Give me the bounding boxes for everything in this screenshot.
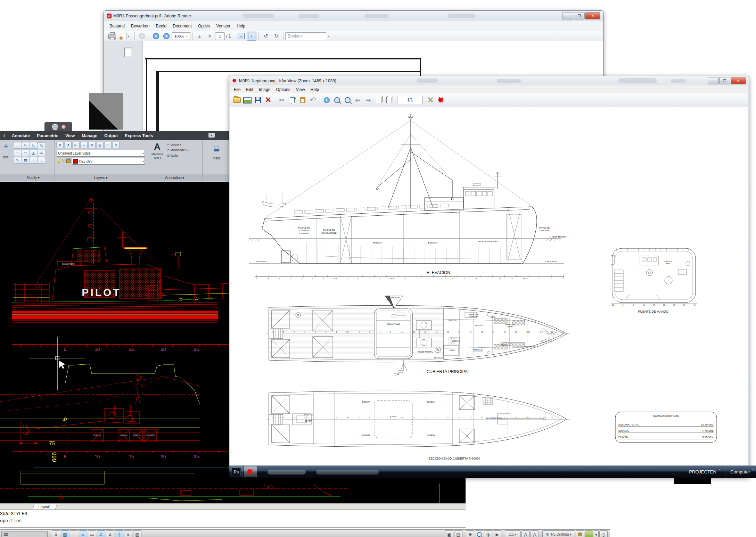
autoscale-icon[interactable]: ⋀	[531, 530, 539, 537]
redo-icon[interactable]	[61, 125, 66, 129]
delete-button[interactable]: ✕	[263, 95, 273, 105]
explode-icon[interactable]: -/-	[38, 150, 45, 156]
paste-button[interactable]	[297, 95, 308, 105]
layer-lock-icon[interactable]: ⚿	[104, 142, 112, 148]
menu-item[interactable]: Bewerken	[128, 23, 153, 30]
previous-page-button[interactable]: ▲	[195, 32, 204, 41]
zoom-in-button[interactable]: +	[332, 95, 342, 105]
slideshow-button[interactable]	[242, 95, 253, 105]
print-button[interactable]	[107, 32, 117, 41]
zoom-in-button[interactable]: +	[162, 32, 171, 41]
layers-panel-label[interactable]: Layers ▾	[55, 174, 147, 181]
steering-wheel-icon[interactable]: ◎	[484, 530, 492, 537]
menu-item[interactable]: Beeld	[153, 23, 170, 30]
osnap-icon[interactable]: ∠	[97, 530, 105, 537]
annotation-panel-label[interactable]: Annotation ▾	[147, 174, 202, 181]
copy-icon[interactable]: ⧉	[38, 142, 45, 149]
menu-item[interactable]: Edit	[243, 86, 256, 93]
annotation-scale[interactable]: 1:1 ▾	[505, 530, 521, 537]
autocad-quick-access-toolbar[interactable]	[44, 122, 72, 131]
layer-thaw-icon[interactable]: ☀	[62, 159, 66, 164]
otrack-icon[interactable]: ∡	[106, 530, 114, 537]
menu-item[interactable]: File	[231, 86, 243, 93]
search-dropdown-icon[interactable]: ▾	[328, 35, 329, 38]
stretch-icon[interactable]: ✎	[14, 157, 21, 164]
layer-freeze-icon[interactable]: ❄	[88, 142, 96, 148]
workspace-switcher[interactable]: ☸ TNL-Drafting ▾	[542, 530, 575, 537]
menu-item[interactable]: Annotate	[8, 132, 33, 139]
menu-item[interactable]: View	[62, 132, 78, 139]
showmotion-icon[interactable]: ▶	[493, 530, 501, 537]
annotation-visibility-icon[interactable]: ⋀	[521, 530, 530, 537]
zoom-out-button[interactable]: −	[151, 32, 161, 41]
menu-item[interactable]: Express Tools	[121, 132, 156, 139]
zoom-level-field[interactable]: 106%▾	[172, 32, 190, 40]
chevron-icon[interactable]: »	[718, 468, 720, 471]
model-icon[interactable]: ▣	[445, 530, 453, 537]
first-page-button[interactable]: ↑	[373, 95, 384, 105]
next-file-button[interactable]: ➡	[363, 95, 373, 105]
menu-item[interactable]: Venster	[213, 23, 234, 30]
ortho-icon[interactable]: ∟	[70, 530, 78, 537]
offset-icon[interactable]: ◠	[22, 150, 29, 156]
menu-item[interactable]: Opties	[195, 23, 213, 30]
mirror-icon[interactable]: ◭	[30, 150, 37, 156]
multileader-button[interactable]: ↱ Multileader ▾	[167, 148, 202, 152]
layer-properties-icon[interactable]: ≣	[56, 142, 64, 148]
info-button[interactable]: i	[321, 95, 332, 105]
taskbar-toolbar-projecten[interactable]: PROJECTEN»	[684, 469, 725, 474]
polar-icon[interactable]: ⊾	[79, 530, 87, 537]
layer-prev-icon[interactable]: ⇤	[72, 142, 80, 148]
menu-item[interactable]: Output	[101, 132, 121, 139]
array-icon[interactable]: ⠿	[30, 157, 37, 164]
insert-block-icon[interactable]: ⬓	[203, 140, 230, 152]
layer-on-icon[interactable]: 💡	[57, 159, 61, 164]
menu-item[interactable]: Bestand	[106, 23, 128, 30]
zoom-out-button[interactable]: −	[342, 95, 353, 105]
minimize-button[interactable]: –	[562, 12, 573, 19]
status-menu-icon[interactable]: ▾	[594, 530, 599, 537]
zoom-icon[interactable]	[475, 530, 483, 537]
fit-page-button[interactable]: ✛	[247, 32, 256, 41]
table-button[interactable]: ⊞ Table	[167, 154, 202, 157]
open-button[interactable]	[232, 95, 242, 105]
insert-label[interactable]: Inser	[203, 156, 230, 160]
menu-item[interactable]: View	[293, 86, 308, 93]
clean-screen-icon[interactable]: ▯	[599, 530, 608, 537]
restore-button[interactable]: ❐	[719, 77, 730, 84]
image-view-area[interactable]: PAÑOL DECADENASL. FLOT. MAXIMATANQUE DEC…	[230, 107, 748, 477]
grid-icon[interactable]: ▦	[61, 530, 69, 537]
irfanview-devil-button[interactable]	[436, 95, 446, 105]
last-page-button[interactable]: ↓	[384, 95, 394, 105]
menu-item[interactable]: Parametric	[33, 132, 62, 139]
rotate-cw-button[interactable]: ↻	[271, 32, 281, 41]
restore-button[interactable]: ❐	[574, 12, 585, 19]
layer-walk-icon[interactable]: ☌	[112, 142, 120, 148]
lwt-icon[interactable]: ▥	[133, 530, 141, 537]
lock-icon[interactable]	[576, 530, 584, 537]
trim-icon[interactable]: ◺	[30, 142, 37, 149]
search-input[interactable]: Zoeken	[285, 32, 326, 40]
ribbon-minimize-icon[interactable]: ▾	[208, 133, 215, 138]
web-capture-button[interactable]	[137, 32, 147, 41]
copy-button[interactable]	[287, 95, 297, 105]
close-button[interactable]: ✕	[731, 77, 746, 84]
page-number-field[interactable]: 1	[215, 32, 225, 40]
fit-width-button[interactable]: ↔	[236, 32, 246, 41]
toolbar-unlock-icon[interactable]	[585, 530, 593, 537]
menu-item[interactable]: Help	[233, 23, 248, 30]
snap-icon[interactable]: ⠿	[52, 530, 60, 537]
move-label[interactable]: ove	[0, 155, 12, 159]
erase-icon[interactable]: ◌	[14, 142, 21, 149]
menu-item[interactable]: Document	[170, 23, 195, 30]
layer-off-icon[interactable]: ◎	[96, 142, 104, 148]
taskbar-toolbar-computer[interactable]: Computer»	[725, 469, 756, 474]
cut-button[interactable]: ✂	[277, 95, 287, 105]
layer-state-combo[interactable]: Unsaved Layer State▾	[57, 150, 145, 157]
minimize-button[interactable]: –	[708, 77, 719, 84]
page-counter[interactable]: 1/1	[397, 96, 423, 104]
irfanview-titlebar[interactable]: M0R1-Neptuno.png - IrfanView (Zoom: 1469…	[229, 76, 749, 85]
next-page-button[interactable]: ▼	[205, 32, 215, 41]
adobe-titlebar[interactable]: A M0R1-Passengerboat.pdf - Adobe Reader	[104, 11, 603, 21]
linear-dimension-button[interactable]: ⊢ Linear ▾	[167, 143, 202, 146]
